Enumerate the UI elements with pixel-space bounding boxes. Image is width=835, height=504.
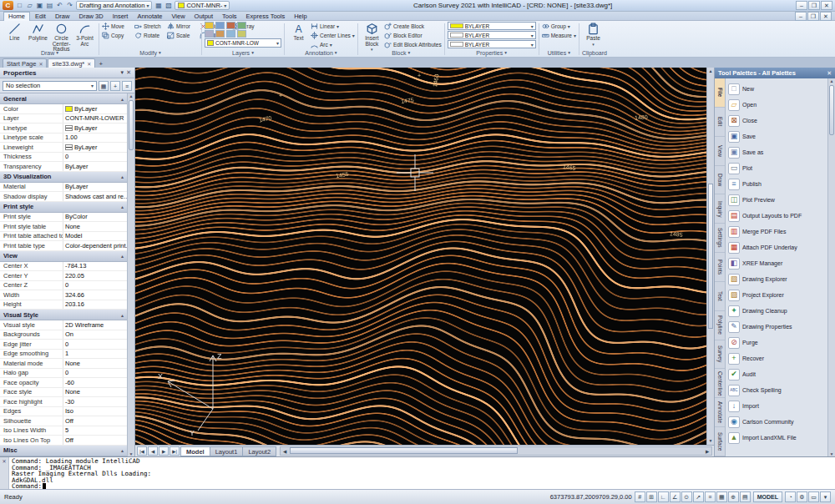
scroll-up-icon[interactable]: ▲ bbox=[707, 68, 714, 75]
ribbon-big-button[interactable]: Circle Center-Radius bbox=[50, 22, 73, 48]
property-row[interactable]: Iso Lines On Top Off bbox=[0, 436, 127, 446]
section-header[interactable]: Visual Style▴ bbox=[0, 310, 127, 320]
palette-tab[interactable]: Draw bbox=[715, 166, 725, 195]
ribbon-big-button[interactable]: 3-Point Arc bbox=[73, 22, 96, 48]
property-row[interactable]: Center X -784.13 bbox=[0, 262, 127, 272]
property-row[interactable]: Transparency ByLayer bbox=[0, 162, 127, 172]
app-logo[interactable]: C bbox=[3, 1, 13, 10]
palette-tab[interactable]: Centerline bbox=[715, 369, 725, 398]
scroll-thumb[interactable] bbox=[290, 447, 518, 454]
workspace-dropdown[interactable]: Drafting and Annotation▾ bbox=[76, 1, 152, 10]
undo-icon[interactable]: ↶ bbox=[55, 1, 64, 10]
property-row[interactable]: Lineweight ByLayer bbox=[0, 143, 127, 153]
tablet-toggle[interactable]: ▦ bbox=[716, 491, 727, 502]
property-row[interactable]: Backgrounds On bbox=[0, 330, 127, 340]
menu-item[interactable]: Home bbox=[3, 12, 30, 21]
snap-toggle[interactable]: # bbox=[635, 491, 645, 502]
ribbon-small-button[interactable]: Copy bbox=[102, 32, 133, 41]
ribbon-small-button[interactable]: Move bbox=[102, 22, 133, 31]
close-button[interactable]: ✕ bbox=[821, 1, 832, 10]
ribbon-small-button[interactable]: Group ▾ bbox=[542, 22, 576, 30]
menu-item[interactable]: Insert bbox=[109, 12, 133, 21]
selection-dropdown[interactable]: No selection▾ bbox=[3, 81, 97, 91]
minimize-button[interactable]: – bbox=[796, 1, 807, 10]
scroll-thumb[interactable] bbox=[829, 85, 834, 135]
scroll-left-icon[interactable]: ◀ bbox=[281, 449, 289, 454]
property-row[interactable]: Face style None bbox=[0, 388, 127, 398]
settings-gear-icon[interactable]: ⚙ bbox=[797, 491, 807, 502]
palette-item[interactable]: ◫ Plot Preview bbox=[728, 192, 827, 208]
palette-item[interactable]: ✦ Drawing Cleanup bbox=[728, 303, 827, 319]
close-icon[interactable]: ✕ bbox=[827, 70, 832, 77]
command-input-area[interactable]: Command: Loading module IntelliCADComman… bbox=[9, 457, 835, 489]
palette-tab[interactable]: Survey bbox=[715, 340, 725, 370]
command-window[interactable]: ✕ Command: Loading module IntelliCADComm… bbox=[0, 456, 835, 489]
lineweight-toggle[interactable]: ≡ bbox=[705, 491, 716, 502]
model-space-button[interactable]: MODEL bbox=[753, 491, 782, 502]
ribbon-small-button[interactable]: Mirror bbox=[167, 22, 198, 31]
close-icon[interactable]: ✕ bbox=[2, 458, 6, 489]
palette-tab[interactable]: View bbox=[715, 137, 725, 166]
layer-isolate-icon[interactable] bbox=[205, 30, 214, 38]
polar-toggle[interactable]: ∠ bbox=[670, 491, 681, 502]
property-row[interactable]: Height 203.16 bbox=[0, 300, 127, 310]
ribbon-group-caption[interactable]: Modify▾ bbox=[102, 48, 199, 57]
property-row[interactable]: Color ByLayer bbox=[0, 104, 127, 114]
titlebar[interactable]: C □▱▣▤↶↷ Drafting and Annotation▾ ▦▧ CON… bbox=[0, 0, 835, 12]
property-row[interactable]: Edges Iso bbox=[0, 407, 127, 417]
property-row[interactable]: Edge jitter 0 bbox=[0, 340, 127, 350]
palette-item[interactable]: □ New bbox=[728, 81, 827, 97]
scroll-up-icon[interactable]: ▲ bbox=[129, 93, 134, 98]
document-tab[interactable]: Start Page✕ bbox=[3, 58, 47, 68]
plot-icon[interactable]: ▤ bbox=[45, 1, 54, 10]
property-row[interactable]: Center Z 0 bbox=[0, 281, 127, 291]
document-tab[interactable]: site33.dwg*✕ bbox=[48, 58, 95, 68]
palette-item[interactable]: ◉ Carlson Community bbox=[728, 414, 827, 430]
new-file-icon[interactable]: □ bbox=[15, 1, 24, 10]
palette-item[interactable]: ↓ Import bbox=[728, 398, 827, 414]
palette-tab[interactable]: Polyline bbox=[715, 311, 725, 340]
property-row[interactable]: Linetype scale 1.00 bbox=[0, 134, 127, 144]
layout-tab[interactable]: Layout2 bbox=[243, 446, 276, 456]
mdi-minimize-button[interactable]: – bbox=[795, 12, 807, 21]
property-dropdown[interactable]: BYLAYER ▾ bbox=[448, 22, 536, 30]
tab-nav-button[interactable]: ▶ bbox=[159, 446, 169, 456]
close-tab-icon[interactable]: ✕ bbox=[38, 61, 43, 67]
layer-dropdown[interactable]: CONT-MNR-LOW▾ bbox=[205, 38, 281, 48]
layer-previous-icon[interactable] bbox=[237, 30, 246, 38]
close-icon[interactable]: ✕ bbox=[126, 69, 131, 76]
palette-item[interactable]: ✎ Drawing Properties bbox=[728, 319, 827, 335]
layer-isolate-icon[interactable]: ▧ bbox=[164, 1, 173, 10]
property-row[interactable]: Linetype ByLayer bbox=[0, 123, 127, 134]
dock-icon[interactable]: ▾ bbox=[121, 69, 124, 76]
ribbon-group-caption[interactable]: Properties▾ bbox=[448, 48, 536, 57]
palette-item[interactable]: ▭ Plot bbox=[728, 160, 827, 176]
ribbon-big-button[interactable]: Polyline bbox=[27, 22, 49, 48]
menu-item[interactable]: Express Tools bbox=[242, 12, 290, 21]
mdi-close-button[interactable]: ✕ bbox=[820, 12, 832, 21]
close-tab-icon[interactable]: ✕ bbox=[87, 61, 91, 67]
section-header[interactable]: Print style▴ bbox=[0, 202, 127, 213]
ribbon-group-caption[interactable]: Block▾ bbox=[361, 48, 442, 57]
palette-tab[interactable]: Settings bbox=[715, 224, 725, 253]
palette-tab[interactable]: Edit bbox=[715, 108, 725, 137]
property-row[interactable]: Face highlight -30 bbox=[0, 397, 127, 407]
tab-nav-button[interactable]: |◀ bbox=[137, 446, 147, 456]
redo-icon[interactable]: ↷ bbox=[65, 1, 74, 10]
palette-tab[interactable]: Annotate bbox=[715, 398, 725, 427]
palette-item[interactable]: ◧ XREF Manager bbox=[728, 255, 827, 271]
esnap-toggle[interactable]: ⊙ bbox=[681, 491, 692, 502]
palette-item[interactable]: ▱ Open bbox=[728, 97, 827, 113]
property-row[interactable]: Material ByLayer bbox=[0, 183, 127, 193]
palette-item[interactable]: ⊠ Close bbox=[728, 113, 827, 129]
dynamic-ucs-toggle[interactable]: ⊕ bbox=[728, 491, 739, 502]
new-tab-button[interactable]: + bbox=[96, 60, 105, 68]
vertical-scrollbar[interactable]: ▲▼ bbox=[706, 68, 714, 445]
menu-item[interactable]: Draw 3D bbox=[74, 12, 107, 21]
palette-item[interactable]: ✔ Audit bbox=[728, 366, 827, 382]
section-header[interactable]: 3D Visualization▴ bbox=[0, 172, 127, 183]
property-row[interactable]: Shadow display Shadows cast and re... bbox=[0, 192, 127, 202]
restore-button[interactable]: ❐ bbox=[808, 1, 820, 10]
menu-item[interactable]: Annotate bbox=[133, 12, 166, 21]
section-header[interactable]: General▴ bbox=[0, 93, 127, 104]
